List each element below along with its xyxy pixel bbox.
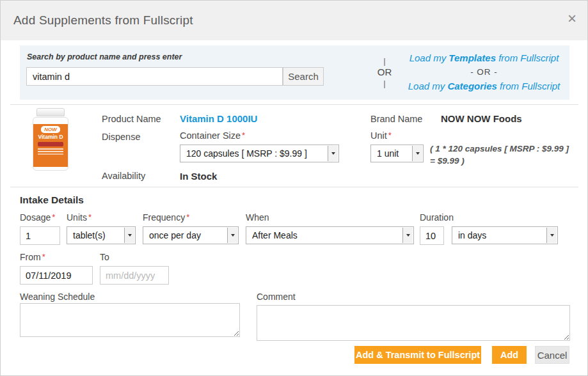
product-image: NOW Vitamin D (25, 108, 76, 172)
search-input[interactable] (26, 67, 283, 86)
required-asterisk: * (242, 130, 245, 140)
dispense-label: Dispense (102, 132, 140, 142)
add-transmit-button[interactable]: Add & Transmit to Fullscript (354, 346, 481, 364)
required-asterisk: * (88, 212, 91, 222)
to-label: To (100, 252, 109, 262)
select-value: tablet(s) (73, 230, 106, 240)
comment-label: Comment (257, 292, 296, 302)
required-asterisk: * (52, 212, 55, 222)
label-text: Container Size (180, 130, 241, 141)
modal-title: Add Supplements from Fullscript (13, 13, 193, 27)
chevron-down-icon (402, 228, 413, 243)
chevron-down-icon (328, 146, 338, 161)
label-text: Dosage (20, 212, 51, 223)
divider-line (10, 187, 578, 187)
link-text-bold: Categories (447, 81, 497, 91)
product-name-link[interactable]: Vitamin D 1000IU (180, 113, 257, 124)
select-value: in days (458, 230, 486, 240)
brand-name-value: NOW NOW Foods (441, 113, 522, 124)
bottle-ribbon (38, 142, 63, 146)
chevron-down-icon (227, 228, 237, 243)
availability-value: In Stock (180, 171, 217, 182)
required-asterisk: * (42, 252, 45, 262)
search-hint-label: Search by product name and press enter (27, 52, 182, 61)
units-select[interactable]: tablet(s) (67, 226, 136, 244)
modal-header: Add Supplements from Fullscript × (1, 1, 587, 40)
product-name-label: Product Name (102, 114, 161, 124)
dosage-input[interactable] (20, 226, 60, 245)
duration-label: Duration (420, 212, 454, 223)
load-categories-link[interactable]: Load my Categories from Fullscript (399, 79, 569, 93)
select-value: once per day (149, 230, 201, 240)
bottle-body: NOW Vitamin D (33, 117, 68, 171)
price-note-line2: = $9.99 ) (430, 155, 582, 167)
required-asterisk: * (186, 212, 189, 222)
bottle-label: NOW Vitamin D (33, 124, 68, 167)
duration-input[interactable] (420, 226, 444, 245)
units-label: Units* (67, 212, 91, 223)
price-calculation-note: ( 1 * 120 capsules [ MSRP : $9.99 ] = $9… (430, 143, 582, 167)
weaning-schedule-label: Weaning Schedule (20, 292, 95, 302)
bottle-fine-print (38, 148, 63, 150)
add-button[interactable]: Add (492, 346, 527, 364)
link-text-bold: Templates (449, 52, 496, 63)
availability-label: Availability (102, 171, 145, 181)
add-supplements-modal: Add Supplements from Fullscript × Search… (0, 0, 588, 376)
select-value: After Meals (252, 230, 298, 240)
unit-label: Unit* (370, 130, 392, 141)
frequency-select[interactable]: once per day (143, 226, 239, 244)
required-asterisk: * (388, 130, 392, 140)
bottle-product-title: Vitamin D (33, 134, 68, 140)
divider-line (10, 104, 578, 105)
when-select[interactable]: After Meals (246, 226, 414, 244)
now-logo: NOW (41, 126, 60, 133)
close-icon[interactable]: × (568, 11, 576, 26)
links-or-separator: - OR - (399, 65, 569, 79)
bottle-cap (36, 108, 65, 116)
select-value: 1 unit (377, 148, 399, 159)
frequency-label: Frequency* (143, 212, 189, 223)
from-label: From* (20, 252, 45, 262)
comment-textarea[interactable] (257, 305, 570, 341)
link-text: Load my (408, 81, 448, 91)
brand-name-label: Brand Name (370, 114, 422, 124)
to-date-input[interactable] (100, 266, 169, 285)
divider-or-text: OR (377, 66, 392, 79)
intake-details-title: Intake Details (20, 194, 84, 206)
fullscript-links: Load my Templates from Fullscript - OR -… (399, 51, 569, 93)
from-date-input[interactable] (20, 266, 93, 285)
divider-bar-bottom: | (383, 79, 385, 88)
chevron-down-icon (412, 146, 422, 161)
chevron-down-icon (124, 228, 134, 243)
label-text: Frequency (143, 212, 185, 223)
label-text: Unit (370, 130, 387, 141)
link-text: Load my (409, 52, 449, 63)
price-note-line1: ( 1 * 120 capsules [ MSRP : $9.99 ] (430, 143, 582, 155)
dosage-label: Dosage* (20, 212, 55, 223)
label-text: Units (67, 212, 87, 223)
search-button[interactable]: Search (283, 67, 324, 86)
container-size-select[interactable]: 120 capsules [ MSRP : $9.99 ] (180, 145, 339, 162)
cancel-button[interactable]: Cancel (535, 346, 569, 364)
weaning-schedule-textarea[interactable] (20, 303, 240, 337)
link-text: from Fullscript (496, 52, 559, 63)
duration-unit-select[interactable]: in days (452, 226, 558, 244)
container-size-label: Container Size* (180, 130, 245, 141)
divider-bar-top: | (383, 56, 385, 66)
select-value: 120 capsules [ MSRP : $9.99 ] (186, 148, 307, 159)
load-templates-link[interactable]: Load my Templates from Fullscript (399, 51, 569, 65)
unit-select[interactable]: 1 unit (370, 145, 424, 162)
when-label: When (246, 212, 269, 223)
or-divider: | OR | (374, 48, 395, 97)
chevron-down-icon (546, 228, 557, 243)
link-text: from Fullscript (497, 81, 560, 91)
label-text: From (20, 252, 41, 262)
